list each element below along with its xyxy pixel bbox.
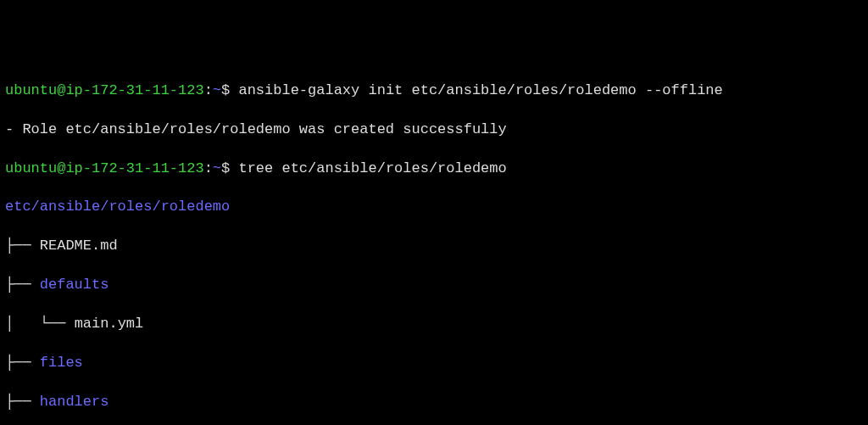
command-text: ansible-galaxy init etc/ansible/roles/ro… bbox=[238, 82, 722, 98]
tree-file: README.md bbox=[40, 238, 118, 254]
tree-root: etc/ansible/roles/roledemo bbox=[5, 198, 863, 217]
tree-prefix: ├── bbox=[5, 238, 40, 254]
tree-prefix: ├── bbox=[5, 277, 40, 293]
prompt-sep: : bbox=[204, 82, 213, 98]
tree-row: ├── files bbox=[5, 354, 863, 373]
command-text: tree etc/ansible/roles/roledemo bbox=[238, 160, 506, 176]
tree-row: │ └── main.yml bbox=[5, 315, 863, 334]
tree-row: ├── defaults bbox=[5, 276, 863, 295]
tree-dir: files bbox=[40, 355, 83, 371]
tree-prefix: │ └── bbox=[5, 316, 75, 332]
prompt-user: ubuntu@ip-172-31-11-123 bbox=[5, 160, 204, 176]
prompt-user: ubuntu@ip-172-31-11-123 bbox=[5, 82, 204, 98]
output-line: - Role etc/ansible/roles/roledemo was cr… bbox=[5, 120, 863, 140]
tree-row: ├── handlers bbox=[5, 393, 863, 412]
cmd-line-1[interactable]: ubuntu@ip-172-31-11-123:~$ ansible-galax… bbox=[5, 81, 863, 101]
tree-prefix: ├── bbox=[5, 394, 40, 410]
tree-file: main.yml bbox=[75, 316, 144, 332]
prompt-path: ~ bbox=[213, 82, 221, 98]
prompt-sep: : bbox=[204, 160, 213, 176]
cmd-line-2[interactable]: ubuntu@ip-172-31-11-123:~$ tree etc/ansi… bbox=[5, 159, 863, 179]
tree-dir: defaults bbox=[40, 277, 109, 293]
tree-dir: handlers bbox=[40, 394, 109, 410]
prompt-end: $ bbox=[221, 160, 238, 176]
prompt-end: $ bbox=[221, 82, 238, 98]
prompt-path: ~ bbox=[213, 160, 221, 176]
tree-prefix: ├── bbox=[5, 355, 40, 371]
tree-row: ├── README.md bbox=[5, 237, 863, 256]
